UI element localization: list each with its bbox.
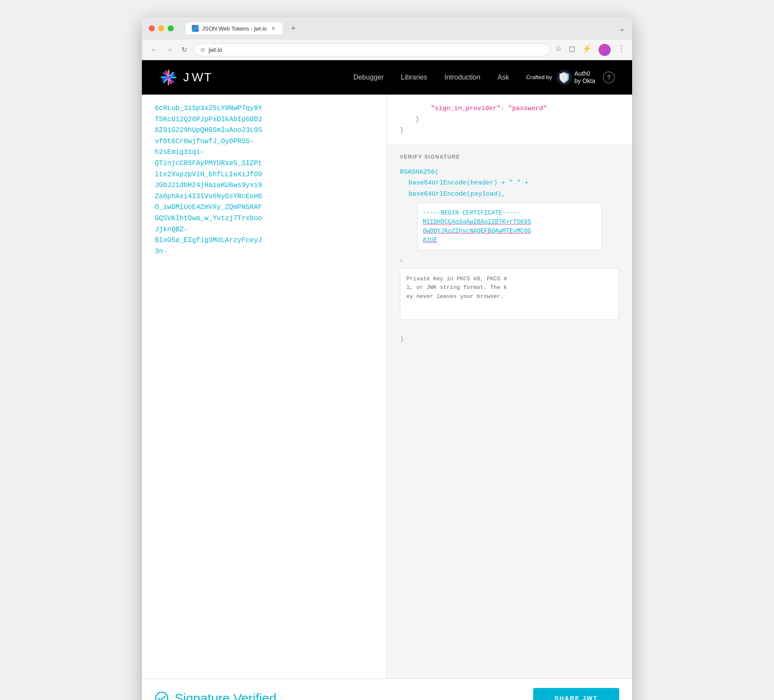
token-line-1: 6cRLub_3iSp3x25LY0NwP7qy8Y (155, 104, 262, 112)
token-line-3: 8Z91G229hUpQH6SmluAoo23L9S (155, 126, 262, 134)
token-line-4: vf0t6Cr0wjfnwfJ_Oy0PRSS- (155, 138, 254, 145)
signature-verified: Signature Verified (155, 691, 276, 700)
closing-paren: ) (400, 336, 404, 343)
auth0-badge: Auth0 by Okta (556, 70, 595, 85)
new-tab-button[interactable]: + (288, 22, 299, 35)
private-key-box[interactable]: Private Key in PKCS #8, PKCS #1, or JWK … (400, 268, 619, 320)
browser-titlebar: JSON Web Tokens - jwt.io ✕ + ⌄ (142, 17, 632, 40)
token-line-12: JjknQBZ- (155, 226, 188, 233)
nav-debugger[interactable]: Debugger (353, 74, 384, 81)
browser-window: JSON Web Tokens - jwt.io ✕ + ⌄ ← → ↻ ⊙ j… (142, 17, 632, 700)
browser-toolbar: ← → ↻ ⊙ jwt.io ☆ ◻ ⚡ ⋮ (142, 40, 632, 60)
extensions-icon[interactable]: ◻ (569, 44, 575, 56)
cert-line-1: -----BEGIN CERTIFICATE----- (423, 209, 520, 216)
token-line-10: O_iwDMlUoE4ZmVXy_ZQmPN5KAF (155, 203, 262, 211)
token-line-14: 3n- (155, 248, 167, 255)
traffic-lights (149, 25, 174, 31)
jwt-logo-icon (159, 68, 178, 87)
window-chevron: ⌄ (619, 24, 625, 33)
auth0-icon (556, 70, 572, 85)
payload-brace-2: } (400, 125, 619, 136)
tab-favicon (192, 25, 199, 32)
verify-title: VERIFY SIGNATURE (400, 154, 619, 160)
help-button[interactable]: ? (603, 71, 615, 83)
share-jwt-button[interactable]: SHARE JWT (533, 688, 619, 700)
verify-section: VERIFY SIGNATURE RSASHA256( base64UrlEnc… (387, 145, 632, 679)
signature-verified-text: Signature Verified (175, 691, 276, 700)
token-line-6: QTinjcCR5FAyPMYURxe5_SIZPt (155, 160, 262, 167)
lightning-icon[interactable]: ⚡ (582, 44, 592, 56)
avatar[interactable] (599, 44, 611, 56)
right-panel: "sign_in_provider": "password" } } VERIF… (387, 95, 632, 679)
token-line-8: JGbJ21dbH24jHaiaKU6ws9yxi9 (155, 181, 262, 189)
tab-close-button[interactable]: ✕ (270, 25, 276, 31)
navbar: JWT Debugger Libraries Introduction Ask … (142, 60, 632, 95)
app-content: JWT Debugger Libraries Introduction Ask … (142, 60, 632, 700)
cert-line-4: A1UE (423, 236, 437, 243)
verify-fn-name: RSASHA256( (400, 169, 439, 176)
crafted-by-text: Crafted by (526, 74, 552, 81)
footer-bar: Signature Verified SHARE JWT (142, 679, 632, 700)
browser-tab[interactable]: JSON Web Tokens - jwt.io ✕ (186, 22, 283, 34)
menu-icon[interactable]: ⋮ (617, 44, 625, 56)
check-circle-icon (155, 691, 169, 700)
back-button[interactable]: ← (149, 44, 159, 55)
lock-icon: ⊙ (200, 46, 205, 53)
minimize-button[interactable] (158, 25, 164, 31)
logo-text: JWT (183, 71, 212, 84)
auth0-label: Auth0 by Okta (574, 70, 595, 85)
nav-introduction[interactable]: Introduction (444, 74, 480, 81)
token-line-9: Za0phAxi4I3IVs6NyGsYRcEoH6 (155, 193, 262, 200)
cert-line-2: MIIDHDCCAgSgAwIBAgIIBTK+rT5K9S (423, 218, 531, 225)
verify-code: RSASHA256( base64UrlEncode(header) + "."… (400, 167, 619, 345)
nav-libraries[interactable]: Libraries (401, 74, 427, 81)
payload-key: "sign_in_provider" (400, 105, 501, 112)
logo: JWT (159, 68, 212, 87)
close-button[interactable] (149, 25, 155, 31)
nav-ask[interactable]: Ask (498, 74, 509, 81)
nav-links: Debugger Libraries Introduction Ask (353, 74, 509, 81)
token-line-5: h2sEmig31qi- (155, 148, 204, 156)
tab-title: JSON Web Tokens - jwt.io (202, 25, 267, 32)
main-content: 6cRLub_3iSp3x25LY0NwP7qy8Y TSKcU12Q26PJp… (142, 95, 632, 679)
token-line-2: TSKcU12Q26PJpPxDlkAbIp6OD2 (155, 116, 262, 123)
token-line-7: ltx2XvpzpVlH_6hfLLIeXiJfO9 (155, 171, 262, 178)
maximize-button[interactable] (168, 25, 174, 31)
reload-button[interactable]: ↻ (180, 44, 189, 55)
payload-section: "sign_in_provider": "password" } } (387, 95, 632, 145)
token-line-11: GQSVKlhtDwa_w_Yvtzj7Trxbuo (155, 215, 262, 222)
payload-value: "password" (508, 105, 547, 112)
payload-brace-1: } (400, 114, 619, 126)
private-key-placeholder: Private Key in PKCS #8, PKCS #1, or JWK … (406, 276, 507, 300)
certificate-box[interactable]: -----BEGIN CERTIFICATE----- MIIDHDCCAgSg… (417, 203, 602, 250)
verify-line1: base64UrlEncode(header) + "." + (408, 179, 528, 187)
payload-line-1: "sign_in_provider": "password" (400, 103, 619, 114)
url-text: jwt.io (209, 46, 222, 53)
crafted-by: Crafted by Auth0 by Okta ? (526, 70, 615, 85)
verify-line2: base64UrlEncode(payload), (408, 190, 505, 198)
cert-comma: , (400, 255, 404, 263)
forward-button[interactable]: → (164, 44, 175, 55)
toolbar-actions: ☆ ◻ ⚡ ⋮ (555, 44, 625, 56)
bookmark-icon[interactable]: ☆ (555, 44, 562, 56)
left-panel: 6cRLub_3iSp3x25LY0NwP7qy8Y TSKcU12Q26PJp… (142, 95, 387, 679)
address-bar[interactable]: ⊙ jwt.io (194, 43, 550, 56)
token-line-13: BlxO5a_EIgfig3MdLArzyFceyJ (155, 236, 262, 244)
cert-line-3: 0wDQYJKoZIhvcNAQEFBQAwMTEvMC0G (423, 227, 531, 234)
token-text: 6cRLub_3iSp3x25LY0NwP7qy8Y TSKcU12Q26PJp… (155, 103, 374, 257)
